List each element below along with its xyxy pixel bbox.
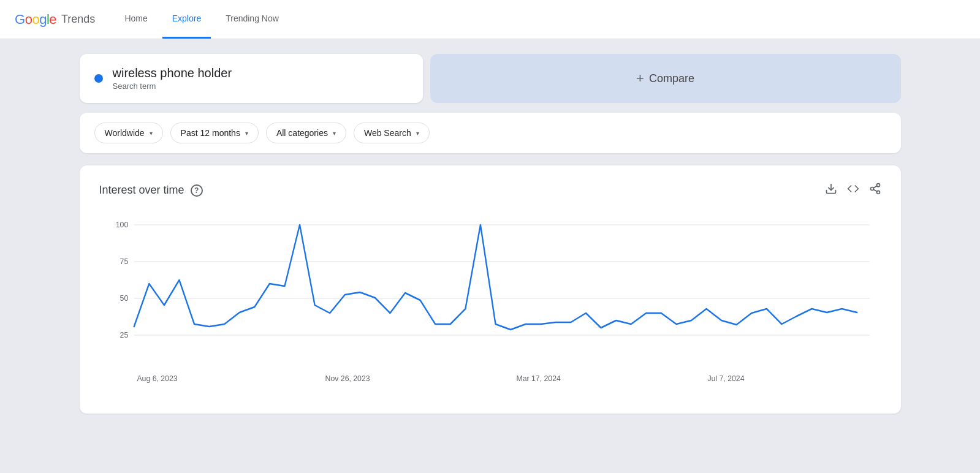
interest-chart: 100 75 50 25 Aug 6, 2023 Nov 26, 2023 Ma… (99, 213, 881, 396)
compare-plus-icon: + (636, 70, 644, 86)
chevron-down-icon: ▾ (416, 130, 419, 137)
search-label: Search term (113, 81, 408, 91)
svg-text:Nov 26, 2023: Nov 26, 2023 (325, 374, 370, 383)
chart-title-row: Interest over time ? (99, 184, 203, 197)
main-nav: Home Explore Trending Now (115, 0, 288, 39)
compare-box[interactable]: + Compare (430, 54, 901, 103)
svg-text:Aug 6, 2023: Aug 6, 2023 (137, 374, 177, 383)
svg-text:100: 100 (115, 221, 127, 229)
main-content: wireless phone holder Search term + Comp… (31, 39, 950, 428)
chart-section: Interest over time ? (80, 165, 901, 414)
chevron-down-icon: ▾ (333, 130, 336, 137)
search-section: wireless phone holder Search term + Comp… (80, 54, 901, 103)
embed-icon[interactable] (847, 183, 859, 198)
filter-search-type[interactable]: Web Search ▾ (354, 123, 430, 143)
filter-time[interactable]: Past 12 months ▾ (170, 123, 259, 143)
download-icon[interactable] (825, 183, 837, 198)
chart-header: Interest over time ? (99, 183, 881, 198)
filter-region[interactable]: Worldwide ▾ (94, 123, 163, 143)
chevron-down-icon: ▾ (245, 130, 248, 137)
filters-section: Worldwide ▾ Past 12 months ▾ All categor… (80, 113, 901, 153)
logo-trends-text: Trends (61, 13, 95, 26)
filter-time-label: Past 12 months (181, 128, 240, 138)
header: Google Trends Home Explore Trending Now (0, 0, 980, 39)
filter-category[interactable]: All categories ▾ (266, 123, 346, 143)
chart-line (134, 225, 857, 330)
search-dot (94, 74, 103, 83)
help-icon[interactable]: ? (191, 184, 203, 197)
logo[interactable]: Google Trends (15, 12, 95, 28)
svg-text:Mar 17, 2024: Mar 17, 2024 (516, 374, 560, 383)
nav-item-explore[interactable]: Explore (162, 0, 211, 39)
search-term: wireless phone holder (113, 66, 408, 80)
search-box[interactable]: wireless phone holder Search term (80, 54, 423, 103)
logo-google-text: Google (15, 12, 56, 28)
nav-item-home[interactable]: Home (115, 0, 157, 39)
chevron-down-icon: ▾ (150, 130, 153, 137)
svg-line-5 (873, 186, 877, 187)
svg-text:50: 50 (120, 294, 128, 303)
compare-label: Compare (649, 72, 694, 85)
filter-search-type-label: Web Search (364, 128, 411, 138)
svg-text:25: 25 (120, 331, 128, 339)
svg-text:Jul 7, 2024: Jul 7, 2024 (707, 374, 744, 383)
filter-region-label: Worldwide (105, 128, 145, 138)
chart-actions (825, 183, 881, 198)
nav-item-trending[interactable]: Trending Now (216, 0, 289, 39)
filter-category-label: All categories (276, 128, 328, 138)
svg-text:75: 75 (120, 257, 128, 266)
search-text: wireless phone holder Search term (113, 66, 408, 91)
chart-title: Interest over time (99, 184, 184, 197)
chart-area: 100 75 50 25 Aug 6, 2023 Nov 26, 2023 Ma… (99, 213, 881, 396)
svg-line-4 (873, 189, 877, 191)
share-icon[interactable] (869, 183, 881, 198)
